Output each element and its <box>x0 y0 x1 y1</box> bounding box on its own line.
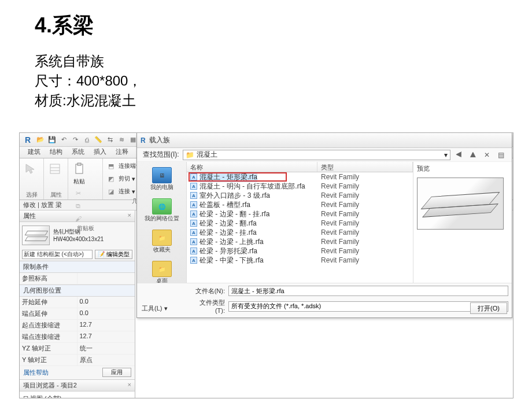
redo-icon[interactable]: ↷ <box>71 135 80 145</box>
measure-icon[interactable]: 📏 <box>94 135 103 145</box>
tools-dropdown[interactable]: 工具(L) ▾ <box>142 305 168 312</box>
rfa-file-icon: A <box>190 247 197 254</box>
rfa-file-icon: A <box>190 238 197 245</box>
panel-close-icon[interactable]: × <box>128 212 131 219</box>
file-row[interactable]: A混凝土 - 明沟 - 自行车坡道底部.rfaRevit Family <box>187 182 413 191</box>
open-button[interactable]: 打开(O) <box>470 302 507 314</box>
paste-icon[interactable] <box>71 160 88 178</box>
edit-type-label: 编辑类型 <box>106 251 130 257</box>
back-icon[interactable]: ⯇ <box>454 150 464 160</box>
join-icon[interactable]: ◪ <box>105 186 117 197</box>
col-name[interactable]: 名称 <box>187 162 317 172</box>
param-k: 端点延伸 <box>20 308 77 319</box>
modify-cursor-icon[interactable] <box>22 160 39 178</box>
file-type-select[interactable] <box>228 301 508 312</box>
sync-icon[interactable]: ⇆ <box>105 135 114 145</box>
param-v[interactable]: 统一 <box>77 343 135 354</box>
file-row[interactable]: A砼梁 - 边梁 - 翻 - 挂.rfaRevit Family <box>187 209 413 219</box>
copy-clip-icon[interactable]: ⧉ <box>72 200 84 212</box>
file-row[interactable]: A砼梁 - 中梁 - 下挑.rfaRevit Family <box>187 256 413 265</box>
properties-panel: 属性 × 热轧H型钢 HW400x400x13x21 新建 结构框架 (<自动>… <box>20 210 135 398</box>
open-icon[interactable]: 📂 <box>36 135 45 145</box>
up-icon[interactable]: ⯅ <box>468 150 478 160</box>
panel-close-icon[interactable]: × <box>128 381 131 388</box>
svg-rect-0 <box>50 164 60 173</box>
family-thumbnail-icon <box>22 226 50 245</box>
instance-filter-select[interactable]: 新建 结构框架 (<自动>) <box>22 250 93 259</box>
rfa-file-icon: A <box>190 201 197 208</box>
svg-rect-4 <box>77 163 81 165</box>
revit-window: R 📂 💾 ↶ ↷ ⎙ 📏 ⇆ ≋ ▦ 🗂 ▾ Autodesk Revit 2… <box>19 132 513 398</box>
param-ref-level-value[interactable] <box>77 273 135 284</box>
place-desktop[interactable]: 📁桌面 <box>142 259 182 283</box>
views-icon[interactable]: ▤ <box>496 150 506 160</box>
file-name-input[interactable] <box>228 286 508 296</box>
tab-annotate[interactable]: 注释 <box>111 146 133 158</box>
doc-line1: 系统自带族 <box>35 51 532 71</box>
file-type: Revit Family <box>317 191 413 200</box>
file-row[interactable]: A砼梁 - 边梁 - 挂.rfaRevit Family <box>187 228 413 237</box>
param-v[interactable]: 原点 <box>77 354 135 365</box>
group-select: 选择 <box>20 158 44 200</box>
place-my-computer[interactable]: 🖥我的电脑 <box>142 165 182 193</box>
apply-button[interactable]: 应用 <box>102 368 131 377</box>
properties-help-link[interactable]: 属性帮助 <box>20 367 52 378</box>
instance-filter-row: 新建 结构框架 (<自动>) 📝 编辑类型 <box>20 249 135 261</box>
edit-type-button[interactable]: 📝 编辑类型 <box>95 250 132 259</box>
file-name: 混凝土 - 明沟 - 自行车坡道底部.rfa <box>200 182 305 191</box>
cut-icon[interactable]: ◩ <box>105 173 117 184</box>
dropdown-icon[interactable]: ▾ <box>132 188 135 195</box>
file-type: Revit Family <box>317 238 413 246</box>
param-v[interactable]: 12.7 <box>77 331 135 342</box>
file-row[interactable]: A混凝土 - 矩形梁.rfaRevit Family <box>187 172 413 182</box>
param-v[interactable]: 0.0 <box>77 308 135 319</box>
folder-icon: 📁 <box>152 230 172 246</box>
file-row[interactable]: A砼盖板 - 槽型.rfaRevit Family <box>187 200 413 209</box>
file-row[interactable]: A砼梁 - 边梁 - 翻.rfaRevit Family <box>187 219 413 228</box>
scope-dropdown[interactable]: 📁 混凝土 ▾ <box>183 150 450 160</box>
file-row[interactable]: A砼梁 - 异形托梁.rfaRevit Family <box>187 246 413 256</box>
file-row[interactable]: A室外入口踏步 - 3 级.rfaRevit Family <box>187 191 413 200</box>
rfa-file-icon: A <box>190 173 197 180</box>
properties-title-text: 属性 <box>23 212 36 219</box>
place-label: 我的电脑 <box>150 183 173 191</box>
col-type[interactable]: 类型 <box>317 162 413 172</box>
save-icon[interactable]: 💾 <box>47 135 57 145</box>
cope-icon[interactable]: ⬒ <box>105 160 117 172</box>
file-type: Revit Family <box>317 210 413 218</box>
cut-clip-icon[interactable]: ✂ <box>72 187 84 199</box>
place-my-network[interactable]: 🌐我的网络位置 <box>142 197 182 224</box>
param-k: 起点连接缩进 <box>20 320 77 331</box>
param-v[interactable]: 0.0 <box>77 297 135 308</box>
family-line2: HW400x400x13x21 <box>53 235 104 243</box>
group-label-properties: 属性 <box>46 191 65 199</box>
preview-pane: 预览 <box>413 162 512 283</box>
file-type: Revit Family <box>317 173 413 181</box>
param-k: 开始延伸 <box>20 297 77 308</box>
group-clipboard: 粘贴 ✂ ⧉ 🖌 剪贴板 <box>68 158 103 200</box>
undo-icon[interactable]: ↶ <box>59 135 68 145</box>
place-favorites[interactable]: 📁收藏夹 <box>142 228 182 256</box>
thin-lines-icon[interactable]: ≋ <box>117 135 126 145</box>
folder-icon: 📁 <box>152 261 172 277</box>
tab-system[interactable]: 系统 <box>67 146 89 158</box>
match-icon[interactable]: 🖌 <box>72 213 84 224</box>
file-row[interactable]: A砼梁 - 边梁 - 上挑.rfaRevit Family <box>187 237 413 246</box>
file-name: 砼梁 - 边梁 - 翻 - 挂.rfa <box>200 209 269 219</box>
join-label: 连接 <box>119 187 130 195</box>
places-bar: 🖥我的电脑 🌐我的网络位置 📁收藏夹 📁桌面 📁Metric Li... 📁Me… <box>137 162 187 283</box>
cut-label: 剪切 <box>119 175 130 183</box>
print-icon[interactable]: ⎙ <box>82 135 91 145</box>
file-list: 名称 类型 A混凝土 - 矩形梁.rfaRevit FamilyA混凝土 - 明… <box>187 162 413 283</box>
tab-architecture[interactable]: 建筑 <box>23 146 45 158</box>
delete-icon[interactable]: ✕ <box>482 150 492 160</box>
dropdown-icon[interactable]: ▾ <box>132 175 135 183</box>
tab-structure[interactable]: 结构 <box>45 146 67 158</box>
param-v[interactable]: 12.7 <box>77 320 135 331</box>
rfa-file-icon: A <box>190 192 197 199</box>
properties-icon[interactable] <box>46 160 64 178</box>
tree-views[interactable]: 视图 (全部) <box>23 394 131 398</box>
tab-insert[interactable]: 插入 <box>89 146 111 158</box>
rfa-file-icon: A <box>190 220 197 227</box>
file-type: Revit Family <box>317 201 413 209</box>
